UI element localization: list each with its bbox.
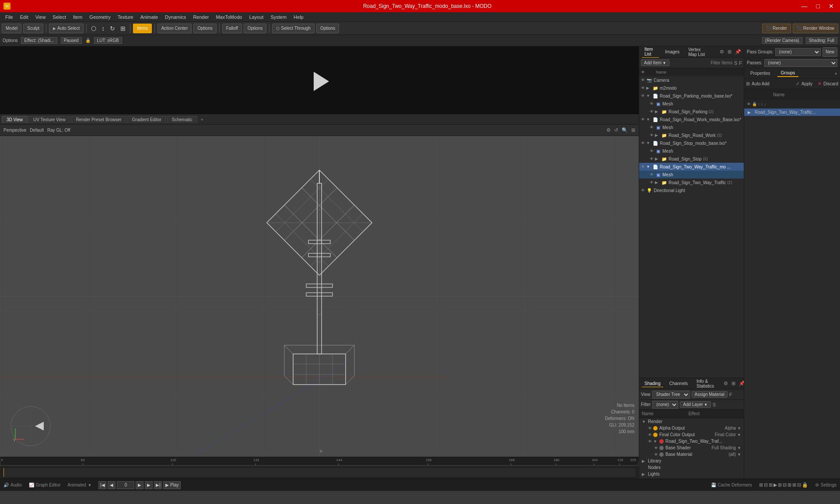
raygl-label[interactable]: Ray GL: Off xyxy=(47,128,70,133)
list-item[interactable]: 👁 ▼ 📄 Road_Sign_Stop_modo_base.lxo* xyxy=(639,139,744,147)
visibility-icon[interactable]: 👁 xyxy=(650,133,654,137)
tab-render-preset[interactable]: Render Preset Browser xyxy=(71,116,126,123)
tab-schematic[interactable]: Schematic xyxy=(167,116,197,123)
list-item[interactable]: 👁 ▣ Mesh xyxy=(639,171,744,178)
shader-item[interactable]: 👁 Final Color Output Final Color ▼ xyxy=(639,431,744,438)
menu-file[interactable]: File xyxy=(2,14,17,21)
visibility-icon[interactable]: 👁 xyxy=(650,102,654,106)
list-item[interactable]: 👁 📷 Camera xyxy=(639,76,744,84)
paused-btn[interactable]: Paused xyxy=(61,37,82,44)
visibility-icon[interactable]: 👁 xyxy=(648,433,652,437)
layer-flag-icon[interactable]: S xyxy=(713,402,716,407)
images-tab[interactable]: Images xyxy=(662,49,682,55)
item-list-tab[interactable]: Item List xyxy=(642,46,659,58)
list-item[interactable]: 👁 ▣ Mesh xyxy=(639,123,744,131)
transform-btn-3[interactable]: ↻ xyxy=(108,24,117,33)
transport-icon-7[interactable]: ⊞ xyxy=(788,482,791,488)
menu-maxtomodo[interactable]: MaxToModo xyxy=(212,14,245,21)
menu-texture[interactable]: Texture xyxy=(114,14,137,21)
filter-dropdown[interactable]: (none) xyxy=(652,401,678,409)
menu-dynamics[interactable]: Dynamics xyxy=(161,14,189,21)
vp-settings-icon[interactable]: ⚙ xyxy=(606,127,611,133)
list-item[interactable]: 👁 ▶ 📁 Road_Sign_Parking (2) xyxy=(639,108,744,116)
close-btn[interactable]: ✕ xyxy=(826,2,836,10)
visibility-icon[interactable]: 👁 xyxy=(641,188,645,192)
visibility-icon[interactable]: 👁 xyxy=(641,141,645,145)
go-to-end-btn[interactable]: ▶| xyxy=(154,481,162,489)
shader-item[interactable]: ▶ Environments xyxy=(639,477,744,479)
render-window-btn[interactable]: ⬛ Render Window xyxy=(793,24,838,33)
expand-icon[interactable]: ▼ xyxy=(646,94,652,98)
shader-arrow-icon[interactable]: ▼ xyxy=(737,446,741,450)
menu-system[interactable]: System xyxy=(267,14,290,21)
list-item[interactable]: 👁 ▼ 📄 Road_Sign_Road_Work_modo_Base.lxo* xyxy=(639,116,744,123)
list-item[interactable]: 👁 ▼ 📄 Road_Sign_Two_Way_Traffic_mo ... xyxy=(639,163,744,171)
list-item[interactable]: 👁 ▶ 📁 Road_Sign_Stop (2) xyxy=(639,155,744,163)
shader-item[interactable]: 👁 Alpha Output Alpha ▼ xyxy=(639,425,744,431)
expand-icon[interactable]: ▶ xyxy=(646,86,652,90)
tab-3d-view[interactable]: 3D View xyxy=(2,116,28,123)
visibility-icon[interactable]: 👁 xyxy=(654,446,658,450)
list-item[interactable]: 👁 💡 Directional Light xyxy=(639,186,744,194)
item-list-content[interactable]: 👁 📷 Camera 👁 ▶ 📁 m2modo 👁 ▼ 📄 Road_Sig xyxy=(639,76,744,378)
list-item[interactable]: 👁 ▣ Mesh xyxy=(639,147,744,155)
window-controls[interactable]: — □ ✕ xyxy=(799,2,836,10)
transport-icon-5[interactable]: ⊞ xyxy=(778,482,782,488)
default-label[interactable]: Default xyxy=(30,128,44,133)
info-stats-tab[interactable]: Info & Statistics xyxy=(694,378,717,389)
shader-item[interactable]: Nodes xyxy=(639,464,744,471)
transform-btn-4[interactable]: ⊞ xyxy=(119,24,127,33)
transport-icon-3[interactable]: ⊞ xyxy=(769,482,773,488)
shader-item[interactable]: 👁 ▼ Road_Sign_Two_Way_Traf... xyxy=(639,438,744,444)
expand-icon[interactable]: ▼ xyxy=(642,420,648,424)
menu-item[interactable]: Item xyxy=(70,14,86,21)
auto-add-icon[interactable]: ⊞ xyxy=(746,81,750,87)
expand-icon[interactable]: ▶ xyxy=(655,133,661,137)
action-center-btn[interactable]: Action Center xyxy=(158,24,192,33)
shader-item[interactable]: ▶ Lights xyxy=(639,471,744,477)
expand-icon[interactable]: ▶ xyxy=(642,459,648,463)
visibility-icon[interactable]: 👁 xyxy=(648,439,652,444)
list-item[interactable]: 👁 ▣ Mesh xyxy=(639,100,744,108)
menu-geometry[interactable]: Geometry xyxy=(86,14,114,21)
loop-btn[interactable]: ▶ Play xyxy=(163,481,181,489)
next-frame-btn[interactable]: ▶ xyxy=(145,481,153,489)
menu-edit[interactable]: Edit xyxy=(17,14,32,21)
visibility-icon[interactable]: 👁 xyxy=(650,157,654,161)
expand-icon[interactable]: ▼ xyxy=(653,439,659,444)
vp-zoom-icon[interactable]: ↺ xyxy=(614,127,618,133)
expand-icon[interactable]: ▶ xyxy=(655,109,661,114)
groups-tab[interactable]: Groups xyxy=(777,70,799,77)
visibility-icon[interactable]: 👁 xyxy=(654,452,658,457)
shader-arrow-icon[interactable]: ▼ xyxy=(737,433,741,437)
render-camera-btn[interactable]: (Render Camera) xyxy=(762,37,802,44)
transport-icon-10[interactable]: 🔒 xyxy=(802,482,808,488)
tab-uv-texture[interactable]: UV Texture View xyxy=(28,116,70,123)
expand-icon[interactable]: ▼ xyxy=(646,141,652,145)
render-btn[interactable]: ⬛ Render xyxy=(762,24,791,33)
shader-arrow-icon[interactable]: ▼ xyxy=(737,426,741,430)
expand-icon[interactable]: ▼ xyxy=(646,117,652,122)
transform-btn-2[interactable]: ↕ xyxy=(100,24,106,33)
menu-animate[interactable]: Animate xyxy=(137,14,161,21)
assign-material-btn[interactable]: Assign Material xyxy=(692,391,728,398)
transport-icon-1[interactable]: ⊞ xyxy=(759,482,763,488)
transport-icon-2[interactable]: ⊟ xyxy=(764,482,768,488)
cache-deformers-item[interactable]: 💾 Cache Deformers xyxy=(711,483,752,487)
item-list-settings-icon[interactable]: ⚙ xyxy=(720,49,724,55)
visibility-icon[interactable]: 👁 xyxy=(641,117,645,122)
visibility-icon[interactable]: 👁 xyxy=(641,86,645,90)
apply-icon[interactable]: ✓ xyxy=(796,81,800,87)
select-through-btn[interactable]: ⬡ Select Through xyxy=(272,24,315,33)
model-btn[interactable]: Model xyxy=(2,24,21,33)
visibility-icon[interactable]: 👁 xyxy=(650,180,654,185)
prev-frame-btn[interactable]: ◀ xyxy=(108,481,116,489)
shader-arrow-icon[interactable]: ▼ xyxy=(737,452,741,457)
assign-flag-icon[interactable]: F xyxy=(729,392,732,397)
menu-select[interactable]: Select xyxy=(49,14,70,21)
vp-expand-icon[interactable]: ⊞ xyxy=(631,127,635,133)
filter-flag2-icon[interactable]: F xyxy=(739,60,742,66)
visibility-icon[interactable]: 👁 xyxy=(650,109,654,114)
minimize-btn[interactable]: — xyxy=(799,2,810,10)
expand-icon[interactable]: ▶ xyxy=(642,472,648,476)
